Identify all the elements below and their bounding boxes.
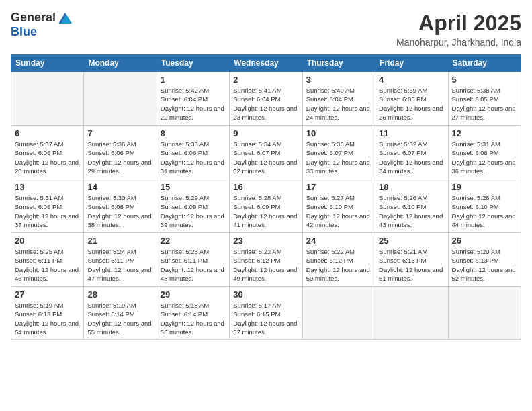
calendar-week-row: 1Sunrise: 5:42 AM Sunset: 6:04 PM Daylig… <box>11 72 521 126</box>
calendar-week-row: 6Sunrise: 5:37 AM Sunset: 6:06 PM Daylig… <box>11 126 521 179</box>
day-number: 24 <box>306 236 371 246</box>
calendar-cell: 13Sunrise: 5:31 AM Sunset: 6:08 PM Dayli… <box>11 179 84 233</box>
day-header-wednesday: Wednesday <box>230 55 302 72</box>
calendar-cell: 30Sunrise: 5:17 AM Sunset: 6:15 PM Dayli… <box>230 287 302 340</box>
calendar-cell: 7Sunrise: 5:36 AM Sunset: 6:06 PM Daylig… <box>84 126 157 179</box>
day-number: 28 <box>87 289 152 300</box>
day-number: 16 <box>233 182 298 192</box>
day-info: Sunrise: 5:31 AM Sunset: 6:08 PM Dayligh… <box>15 193 80 229</box>
calendar-cell: 11Sunrise: 5:32 AM Sunset: 6:07 PM Dayli… <box>375 126 448 179</box>
day-info: Sunrise: 5:37 AM Sunset: 6:06 PM Dayligh… <box>15 140 80 175</box>
calendar-cell: 8Sunrise: 5:35 AM Sunset: 6:06 PM Daylig… <box>157 126 229 179</box>
day-info: Sunrise: 5:19 AM Sunset: 6:14 PM Dayligh… <box>87 301 152 336</box>
day-info: Sunrise: 5:22 AM Sunset: 6:12 PM Dayligh… <box>306 247 371 283</box>
day-number: 23 <box>233 236 298 246</box>
day-number: 12 <box>452 128 517 138</box>
day-info: Sunrise: 5:30 AM Sunset: 6:08 PM Dayligh… <box>87 193 152 229</box>
calendar-cell: 21Sunrise: 5:24 AM Sunset: 6:11 PM Dayli… <box>84 233 157 287</box>
day-info: Sunrise: 5:42 AM Sunset: 6:04 PM Dayligh… <box>161 86 226 122</box>
day-info: Sunrise: 5:26 AM Sunset: 6:10 PM Dayligh… <box>379 193 444 229</box>
page: General Blue April 2025 Manoharpur, Jhar… <box>0 0 532 411</box>
day-number: 3 <box>306 75 371 85</box>
day-info: Sunrise: 5:17 AM Sunset: 6:15 PM Dayligh… <box>233 301 298 336</box>
day-info: Sunrise: 5:21 AM Sunset: 6:13 PM Dayligh… <box>379 247 444 283</box>
calendar-cell: 5Sunrise: 5:38 AM Sunset: 6:05 PM Daylig… <box>448 72 521 126</box>
day-number: 7 <box>87 128 152 138</box>
day-number: 5 <box>452 75 517 85</box>
calendar-cell: 10Sunrise: 5:33 AM Sunset: 6:07 PM Dayli… <box>302 126 375 179</box>
calendar-table: SundayMondayTuesdayWednesdayThursdayFrid… <box>11 54 521 340</box>
day-info: Sunrise: 5:19 AM Sunset: 6:13 PM Dayligh… <box>15 301 80 336</box>
calendar-cell: 22Sunrise: 5:23 AM Sunset: 6:11 PM Dayli… <box>157 233 229 287</box>
day-number: 18 <box>379 182 444 192</box>
calendar-cell: 25Sunrise: 5:21 AM Sunset: 6:13 PM Dayli… <box>375 233 448 287</box>
calendar-cell: 2Sunrise: 5:41 AM Sunset: 6:04 PM Daylig… <box>230 72 302 126</box>
day-info: Sunrise: 5:18 AM Sunset: 6:14 PM Dayligh… <box>161 301 226 336</box>
day-info: Sunrise: 5:33 AM Sunset: 6:07 PM Dayligh… <box>306 140 371 175</box>
day-number: 27 <box>15 289 80 300</box>
calendar-cell <box>448 287 521 340</box>
logo: General Blue <box>11 11 72 39</box>
day-number: 29 <box>161 289 226 300</box>
day-header-sunday: Sunday <box>11 55 84 72</box>
day-number: 21 <box>87 236 152 246</box>
day-info: Sunrise: 5:27 AM Sunset: 6:10 PM Dayligh… <box>306 193 371 229</box>
day-info: Sunrise: 5:31 AM Sunset: 6:08 PM Dayligh… <box>452 140 517 175</box>
calendar-cell: 16Sunrise: 5:28 AM Sunset: 6:09 PM Dayli… <box>230 179 302 233</box>
day-header-tuesday: Tuesday <box>157 55 229 72</box>
calendar-cell: 19Sunrise: 5:26 AM Sunset: 6:10 PM Dayli… <box>448 179 521 233</box>
day-info: Sunrise: 5:25 AM Sunset: 6:11 PM Dayligh… <box>15 247 80 283</box>
day-info: Sunrise: 5:22 AM Sunset: 6:12 PM Dayligh… <box>233 247 298 283</box>
day-number: 10 <box>306 128 371 138</box>
day-info: Sunrise: 5:32 AM Sunset: 6:07 PM Dayligh… <box>379 140 444 175</box>
calendar-cell: 14Sunrise: 5:30 AM Sunset: 6:08 PM Dayli… <box>84 179 157 233</box>
calendar-cell: 20Sunrise: 5:25 AM Sunset: 6:11 PM Dayli… <box>11 233 84 287</box>
day-info: Sunrise: 5:20 AM Sunset: 6:13 PM Dayligh… <box>452 247 517 283</box>
calendar-cell: 27Sunrise: 5:19 AM Sunset: 6:13 PM Dayli… <box>11 287 84 340</box>
day-info: Sunrise: 5:40 AM Sunset: 6:04 PM Dayligh… <box>306 86 371 122</box>
day-info: Sunrise: 5:34 AM Sunset: 6:07 PM Dayligh… <box>233 140 298 175</box>
day-info: Sunrise: 5:26 AM Sunset: 6:10 PM Dayligh… <box>452 193 517 229</box>
logo-icon <box>58 13 72 24</box>
calendar-cell: 6Sunrise: 5:37 AM Sunset: 6:06 PM Daylig… <box>11 126 84 179</box>
day-header-thursday: Thursday <box>302 55 375 72</box>
calendar-header-row: SundayMondayTuesdayWednesdayThursdayFrid… <box>11 55 521 72</box>
day-info: Sunrise: 5:24 AM Sunset: 6:11 PM Dayligh… <box>87 247 152 283</box>
day-info: Sunrise: 5:35 AM Sunset: 6:06 PM Dayligh… <box>161 140 226 175</box>
calendar-week-row: 27Sunrise: 5:19 AM Sunset: 6:13 PM Dayli… <box>11 287 521 340</box>
day-number: 30 <box>233 289 298 300</box>
calendar-cell <box>375 287 448 340</box>
day-number: 25 <box>379 236 444 246</box>
day-info: Sunrise: 5:41 AM Sunset: 6:04 PM Dayligh… <box>233 86 298 122</box>
day-number: 20 <box>15 236 80 246</box>
calendar-cell: 12Sunrise: 5:31 AM Sunset: 6:08 PM Dayli… <box>448 126 521 179</box>
day-number: 4 <box>379 75 444 85</box>
calendar-cell: 23Sunrise: 5:22 AM Sunset: 6:12 PM Dayli… <box>230 233 302 287</box>
calendar-cell <box>302 287 375 340</box>
day-header-saturday: Saturday <box>448 55 521 72</box>
calendar-cell <box>84 72 157 126</box>
day-number: 8 <box>161 128 226 138</box>
day-number: 14 <box>87 182 152 192</box>
calendar-cell: 1Sunrise: 5:42 AM Sunset: 6:04 PM Daylig… <box>157 72 229 126</box>
day-number: 6 <box>15 128 80 138</box>
calendar-cell: 9Sunrise: 5:34 AM Sunset: 6:07 PM Daylig… <box>230 126 302 179</box>
day-number: 9 <box>233 128 298 138</box>
calendar-cell: 4Sunrise: 5:39 AM Sunset: 6:05 PM Daylig… <box>375 72 448 126</box>
day-number: 1 <box>161 75 226 85</box>
day-number: 22 <box>161 236 226 246</box>
calendar-cell: 17Sunrise: 5:27 AM Sunset: 6:10 PM Dayli… <box>302 179 375 233</box>
calendar-cell: 3Sunrise: 5:40 AM Sunset: 6:04 PM Daylig… <box>302 72 375 126</box>
day-info: Sunrise: 5:29 AM Sunset: 6:09 PM Dayligh… <box>161 193 226 229</box>
calendar-week-row: 13Sunrise: 5:31 AM Sunset: 6:08 PM Dayli… <box>11 179 521 233</box>
calendar-cell: 29Sunrise: 5:18 AM Sunset: 6:14 PM Dayli… <box>157 287 229 340</box>
calendar-cell: 18Sunrise: 5:26 AM Sunset: 6:10 PM Dayli… <box>375 179 448 233</box>
calendar-cell: 28Sunrise: 5:19 AM Sunset: 6:14 PM Dayli… <box>84 287 157 340</box>
calendar-week-row: 20Sunrise: 5:25 AM Sunset: 6:11 PM Dayli… <box>11 233 521 287</box>
title-block: April 2025 Manoharpur, Jharkhand, India <box>396 11 521 48</box>
header: General Blue April 2025 Manoharpur, Jhar… <box>11 11 521 48</box>
location: Manoharpur, Jharkhand, India <box>396 37 521 48</box>
calendar-cell: 24Sunrise: 5:22 AM Sunset: 6:12 PM Dayli… <box>302 233 375 287</box>
month-title: April 2025 <box>396 11 521 36</box>
calendar-cell <box>11 72 84 126</box>
